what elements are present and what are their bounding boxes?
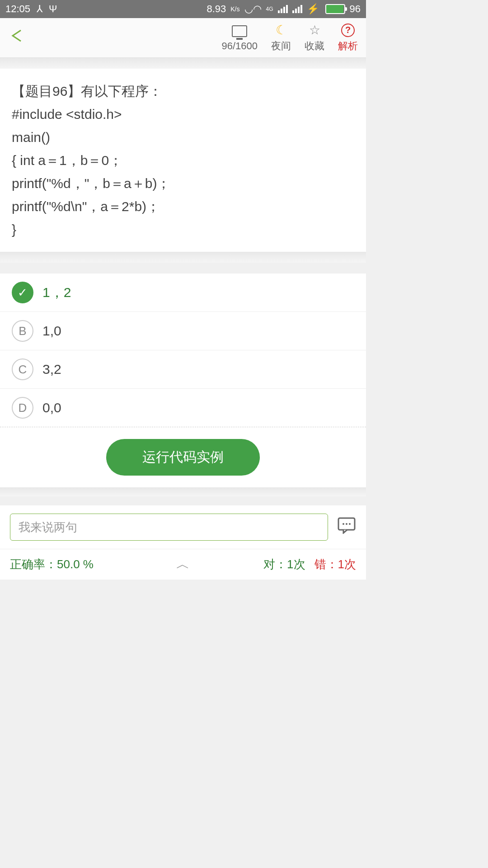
- code-line: printf("%d\n"，a＝2*b)；: [12, 195, 354, 218]
- favorite-label: 收藏: [305, 39, 324, 53]
- option-letter: C: [12, 359, 33, 380]
- progress-label: 96/1600: [221, 40, 258, 52]
- svg-point-2: [346, 523, 347, 525]
- option-letter: D: [12, 397, 33, 419]
- signal-icon-1: [278, 5, 288, 13]
- correct-stat: 对：1次: [263, 557, 305, 572]
- code-line: }: [12, 218, 354, 241]
- comment-section: 我来说两句: [0, 505, 366, 549]
- signal-icon-2: [292, 5, 302, 13]
- monitor-icon: [232, 25, 247, 37]
- option-text: 1，2: [42, 283, 71, 302]
- comment-icon[interactable]: [337, 517, 356, 538]
- help-icon: ?: [341, 24, 355, 37]
- option-c[interactable]: C 3,2: [0, 350, 366, 389]
- usb-icon: Ψ: [49, 3, 57, 15]
- back-button[interactable]: [8, 27, 26, 49]
- net-4g: 4G: [266, 6, 273, 12]
- option-b[interactable]: B 1,0: [0, 312, 366, 350]
- run-button-container: 运行代码实例: [0, 427, 366, 487]
- divider: [0, 487, 366, 496]
- divider: [0, 252, 366, 263]
- battery-icon: [325, 4, 345, 14]
- night-mode-button[interactable]: ☾ 夜间: [271, 23, 291, 53]
- charging-icon: ⚡: [307, 3, 319, 15]
- options-list: ✓ 1，2 B 1,0 C 3,2 D 0,0: [0, 274, 366, 427]
- stats-bar[interactable]: 正确率： 50.0 % ︿ 对：1次 错：1次: [0, 549, 366, 580]
- favorite-button[interactable]: ☆ 收藏: [305, 23, 324, 53]
- progress-indicator[interactable]: 96/1600: [221, 24, 258, 52]
- analysis-button[interactable]: ? 解析: [338, 23, 358, 53]
- option-text: 0,0: [42, 400, 61, 415]
- svg-point-1: [343, 523, 344, 525]
- accuracy-value: 50.0 %: [57, 557, 94, 571]
- status-speed: 8.93: [206, 3, 226, 15]
- tethering-icon: ⅄: [37, 3, 42, 15]
- run-code-button[interactable]: 运行代码实例: [106, 439, 260, 476]
- wifi-icon: ◡◠: [244, 3, 262, 15]
- option-text: 1,0: [42, 323, 61, 339]
- status-speed-unit: K/s: [230, 5, 239, 13]
- option-a[interactable]: ✓ 1，2: [0, 274, 366, 312]
- code-line: { int a＝1，b＝0；: [12, 149, 354, 172]
- option-letter: B: [12, 320, 33, 342]
- option-text: 3,2: [42, 362, 61, 377]
- comment-input[interactable]: 我来说两句: [10, 514, 328, 541]
- question-title: 【题目96】有以下程序：: [12, 80, 354, 103]
- option-d[interactable]: D 0,0: [0, 389, 366, 427]
- accuracy-label: 正确率：: [10, 557, 57, 572]
- chevron-up-icon: ︿: [176, 555, 190, 574]
- status-time: 12:05: [5, 3, 30, 15]
- star-icon: ☆: [309, 23, 320, 38]
- check-icon: ✓: [12, 282, 33, 303]
- divider: [0, 58, 366, 69]
- code-line: printf("%d，"，b＝a＋b)；: [12, 172, 354, 195]
- night-label: 夜间: [271, 39, 291, 53]
- moon-icon: ☾: [276, 23, 287, 38]
- code-line: #include <stdio.h>: [12, 103, 354, 126]
- svg-point-3: [349, 523, 351, 525]
- toolbar: 96/1600 ☾ 夜间 ☆ 收藏 ? 解析: [0, 18, 366, 58]
- comment-placeholder: 我来说两句: [19, 519, 77, 535]
- status-bar: 12:05 ⅄ Ψ 8.93 K/s ◡◠ 4G ⚡ 96: [0, 0, 366, 18]
- battery-percent: 96: [350, 3, 361, 15]
- code-line: main(): [12, 126, 354, 149]
- analysis-label: 解析: [338, 39, 358, 53]
- wrong-stat: 错：1次: [314, 557, 356, 572]
- question-panel: 【题目96】有以下程序： #include <stdio.h> main() {…: [0, 69, 366, 252]
